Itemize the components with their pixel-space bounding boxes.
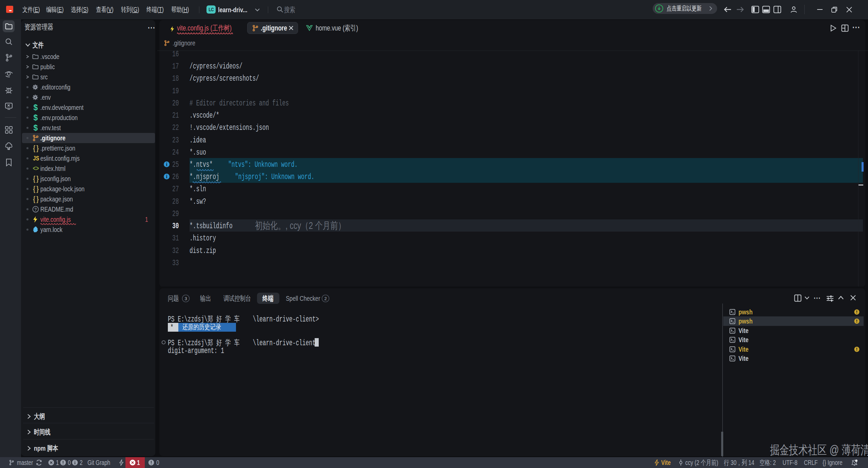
svg-text:2: 2 — [324, 296, 327, 301]
svg-text:3: 3 — [184, 296, 187, 301]
svg-text:?: ? — [34, 207, 37, 212]
